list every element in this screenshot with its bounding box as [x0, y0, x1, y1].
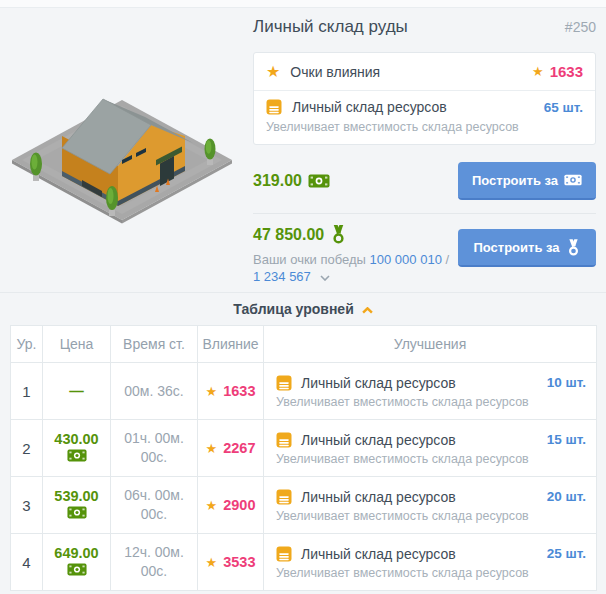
- victory-points-required: 1 234 567: [253, 269, 311, 284]
- influence-cell: ★2900: [198, 477, 264, 534]
- levels-table-title: Таблица уровней: [233, 301, 353, 317]
- star-icon: ★: [532, 64, 544, 79]
- price-cell: 539.00: [43, 477, 111, 534]
- star-icon: ★: [266, 62, 280, 81]
- level-row: 4 649.00 12ч. 00м. 00с. ★3533: [11, 534, 597, 591]
- levels-table-toggle[interactable]: Таблица уровней: [0, 301, 606, 317]
- level-cell: 3: [11, 477, 43, 534]
- price-cell: —: [43, 363, 111, 420]
- medal-purchase-row: 47 850.00 Ваши очки победы 100 000 010 /…: [253, 225, 596, 285]
- money-icon: [308, 174, 330, 188]
- column-header-2: Время ст.: [111, 326, 198, 363]
- money-price-value: 319.00: [253, 172, 302, 190]
- victory-points-label: Ваши очки победы: [253, 252, 366, 267]
- page-title: Личный склад руды: [253, 17, 408, 37]
- time-cell: 01ч. 00м. 00с.: [111, 420, 198, 477]
- info-box: ★ Очки влияния ★ 1633 Личный склад ресур…: [253, 52, 596, 145]
- medal-price-value: 47 850.00: [253, 226, 324, 244]
- column-header-3: Влияние: [198, 326, 264, 363]
- build-for-medals-label: Построить за: [473, 240, 559, 255]
- build-for-money-button[interactable]: Построить за: [458, 162, 596, 200]
- victory-points-expander[interactable]: [320, 268, 330, 285]
- influence-row: ★ Очки влияния ★ 1633: [254, 53, 595, 91]
- building-card: Личный склад руды #250 ★ Очки влияния ★ …: [0, 0, 606, 594]
- price-cell: 649.00: [43, 534, 111, 591]
- level-cell: 1: [11, 363, 43, 420]
- chevron-up-icon: [362, 307, 373, 314]
- column-header-1: Цена: [43, 326, 111, 363]
- medal-price: 47 850.00: [253, 225, 451, 244]
- victory-points-info: Ваши очки победы 100 000 010 / 1 234 567: [253, 251, 451, 285]
- section-divider: [0, 292, 606, 293]
- upgrades-cell: Личный склад ресурсов 25 шт. Увеличивает…: [264, 534, 597, 591]
- table-header-row: Ур.ЦенаВремя ст.ВлияниеУлучшения: [11, 326, 597, 363]
- top-strip: [0, 0, 606, 8]
- building-number: #250: [565, 19, 596, 35]
- time-cell: 12ч. 00м. 00с.: [111, 534, 198, 591]
- influence-value: 1633: [550, 63, 583, 80]
- money-icon: [67, 506, 87, 519]
- medal-icon: [566, 239, 581, 256]
- warehouse-icon: [276, 375, 292, 391]
- money-icon: [67, 449, 87, 462]
- level-cell: 4: [11, 534, 43, 591]
- star-icon: ★: [206, 441, 218, 456]
- level-row: 2 430.00 01ч. 00м. 00с. ★2267: [11, 420, 597, 477]
- victory-points-current: 100 000 010: [370, 252, 442, 267]
- star-icon: ★: [206, 498, 218, 513]
- storage-count: 65 шт.: [544, 100, 583, 115]
- details-panel: Личный склад руды #250 ★ Очки влияния ★ …: [253, 17, 596, 285]
- medal-icon: [330, 225, 347, 244]
- warehouse-icon: [276, 432, 292, 448]
- money-icon: [564, 174, 582, 186]
- influence-cell: ★3533: [198, 534, 264, 591]
- upgrades-cell: Личный склад ресурсов 20 шт. Увеличивает…: [264, 477, 597, 534]
- warehouse-icon: [276, 546, 292, 562]
- victory-points-separator: /: [445, 252, 449, 267]
- money-purchase-row: 319.00 Построить за: [253, 162, 596, 200]
- price-cell: 430.00: [43, 420, 111, 477]
- upgrades-cell: Личный склад ресурсов 10 шт. Увеличивает…: [264, 363, 597, 420]
- storage-label: Личный склад ресурсов: [292, 99, 447, 115]
- influence-cell: ★2267: [198, 420, 264, 477]
- build-for-money-label: Построить за: [472, 173, 558, 188]
- level-row: 3 539.00 06ч. 00м. 00с. ★2900: [11, 477, 597, 534]
- upgrades-cell: Личный склад ресурсов 15 шт. Увеличивает…: [264, 420, 597, 477]
- purchase-divider: [253, 213, 596, 214]
- money-price: 319.00: [253, 172, 330, 190]
- influence-cell: ★1633: [198, 363, 264, 420]
- chevron-down-icon: [320, 275, 330, 281]
- levels-table: Ур.ЦенаВремя ст.ВлияниеУлучшения 1 — 00м…: [10, 325, 597, 591]
- money-icon: [67, 563, 87, 576]
- influence-label: Очки влияния: [290, 64, 380, 80]
- star-icon: ★: [206, 384, 218, 399]
- time-cell: 00м. 36с.: [111, 363, 198, 420]
- title-row: Личный склад руды #250: [253, 17, 596, 37]
- storage-description: Увеличивает вместимость склада ресурсов: [266, 120, 583, 134]
- level-row: 1 — 00м. 36с. ★1633: [11, 363, 597, 420]
- column-header-0: Ур.: [11, 326, 43, 363]
- time-cell: 06ч. 00м. 00с.: [111, 477, 198, 534]
- column-header-4: Улучшения: [264, 326, 597, 363]
- warehouse-icon: [276, 489, 292, 505]
- storage-row: Личный склад ресурсов 65 шт. Увеличивает…: [254, 91, 595, 144]
- level-cell: 2: [11, 420, 43, 477]
- building-illustration: [10, 90, 238, 230]
- build-for-medals-button[interactable]: Построить за: [458, 229, 596, 267]
- star-icon: ★: [206, 555, 218, 570]
- warehouse-icon: [266, 99, 282, 115]
